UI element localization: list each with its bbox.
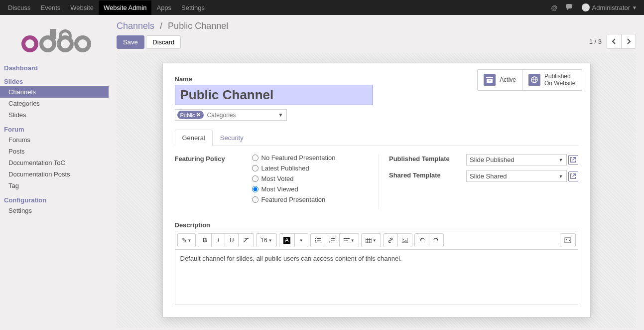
svg-point-21 xyxy=(315,242,316,243)
font-color-dropdown[interactable]: ▼ xyxy=(294,233,308,247)
align-dropdown[interactable]: ▼ xyxy=(339,233,359,247)
sidebar: DashboardSlidesChannelsCategoriesSlidesF… xyxy=(0,15,109,330)
tag-public[interactable]: Public ✕ xyxy=(177,111,204,119)
nav-settings[interactable]: Settings xyxy=(176,0,210,15)
svg-point-7 xyxy=(61,39,70,48)
code-view-button[interactable] xyxy=(560,233,576,247)
caret-down-icon: ▼ xyxy=(632,5,637,10)
editor-toolbar: ✎ ▼ B I U 16 ▼ A xyxy=(175,231,578,250)
published-template-select[interactable]: Slide Published xyxy=(466,154,567,165)
link-button[interactable] xyxy=(383,233,398,247)
archive-icon xyxy=(484,74,496,86)
image-button[interactable] xyxy=(397,233,412,247)
svg-rect-25 xyxy=(331,242,335,242)
menu-item-settings[interactable]: Settings xyxy=(0,205,109,216)
svg-rect-20 xyxy=(317,240,321,241)
menu-item-documentation-toc[interactable]: Documentation ToC xyxy=(0,157,109,168)
svg-rect-11 xyxy=(486,77,493,78)
published-label-1: Published xyxy=(544,73,575,80)
description-label: Description xyxy=(175,221,578,229)
top-nav-items: DiscussEventsWebsiteWebsite AdminAppsSet… xyxy=(3,0,210,15)
svg-rect-18 xyxy=(317,238,321,239)
published-template-external-icon[interactable] xyxy=(568,155,578,165)
menu-item-tag[interactable]: Tag xyxy=(0,180,109,191)
pager-next-button[interactable] xyxy=(621,34,636,49)
undo-button[interactable] xyxy=(414,233,429,247)
chat-icon[interactable] xyxy=(562,1,578,13)
svg-point-17 xyxy=(315,238,316,239)
active-button[interactable]: Active xyxy=(478,70,522,90)
pager-text[interactable]: 1 / 3 xyxy=(589,38,602,45)
menu-item-slides[interactable]: Slides xyxy=(0,109,109,121)
form-sheet: Active Published On Website Na xyxy=(162,63,591,318)
svg-text:3: 3 xyxy=(329,241,331,243)
user-name: Administrator xyxy=(592,4,631,11)
svg-rect-10 xyxy=(50,29,56,39)
menu-item-categories[interactable]: Categories xyxy=(0,98,109,109)
breadcrumb-root[interactable]: Channels xyxy=(117,21,154,31)
featuring-option[interactable]: Most Viewed xyxy=(252,185,364,193)
svg-rect-22 xyxy=(317,242,321,242)
featuring-option[interactable]: Most Voted xyxy=(252,175,364,182)
svg-rect-32 xyxy=(366,238,372,243)
pager-prev-button[interactable] xyxy=(607,34,622,49)
nav-discuss[interactable]: Discuss xyxy=(3,0,36,15)
svg-rect-23 xyxy=(331,238,335,239)
shared-template-select[interactable]: Slide Shared xyxy=(466,170,567,182)
menu-item-channels[interactable]: Channels xyxy=(0,86,109,98)
bold-button[interactable]: B xyxy=(198,233,212,247)
menu-header-configuration[interactable]: Configuration xyxy=(0,195,109,205)
menu-item-forums[interactable]: Forums xyxy=(0,134,109,146)
ul-button[interactable] xyxy=(310,233,325,247)
nav-website-admin[interactable]: Website Admin xyxy=(99,0,151,15)
svg-rect-30 xyxy=(344,240,348,241)
table-dropdown[interactable]: ▼ xyxy=(361,233,381,247)
svg-rect-29 xyxy=(344,238,350,239)
tabs: GeneralSecurity xyxy=(175,130,578,146)
redo-button[interactable] xyxy=(429,233,444,247)
breadcrumb: Channels / Public Channel xyxy=(117,21,228,31)
featuring-option[interactable]: No Featured Presentation xyxy=(252,154,364,162)
menu-item-documentation-posts[interactable]: Documentation Posts xyxy=(0,168,109,180)
tag-remove-icon[interactable]: ✕ xyxy=(196,112,201,118)
editor-body[interactable]: Default channel for slides, all public u… xyxy=(175,250,578,305)
save-button[interactable]: Save xyxy=(117,35,144,49)
breadcrumb-current: Public Channel xyxy=(168,21,228,31)
style-dropdown[interactable]: ✎ ▼ xyxy=(177,233,196,247)
ol-button[interactable]: 123 xyxy=(325,233,340,247)
nav-website[interactable]: Website xyxy=(65,0,99,15)
at-icon[interactable]: @ xyxy=(547,1,561,14)
menu-header-slides[interactable]: Slides xyxy=(0,77,109,86)
categories-input[interactable] xyxy=(207,112,284,119)
featuring-option[interactable]: Latest Published xyxy=(252,165,364,172)
italic-button[interactable]: I xyxy=(211,233,225,247)
underline-button[interactable]: U xyxy=(225,233,239,247)
user-menu[interactable]: Administrator ▼ xyxy=(578,1,641,14)
svg-rect-31 xyxy=(344,242,350,242)
menu-header-dashboard[interactable]: Dashboard xyxy=(0,63,109,73)
name-input[interactable] xyxy=(175,85,373,105)
menu-header-forum[interactable]: Forum xyxy=(0,125,109,134)
top-nav: DiscussEventsWebsiteWebsite AdminAppsSet… xyxy=(0,0,644,15)
svg-point-5 xyxy=(43,39,52,48)
logo[interactable] xyxy=(0,21,109,63)
font-color-button[interactable]: A xyxy=(279,233,295,247)
categories-caret-icon[interactable]: ▼ xyxy=(278,112,283,118)
svg-point-9 xyxy=(25,39,34,48)
menu-item-posts[interactable]: Posts xyxy=(0,146,109,157)
nav-events[interactable]: Events xyxy=(36,0,66,15)
rich-text-editor: ✎ ▼ B I U 16 ▼ A xyxy=(175,231,578,305)
nav-apps[interactable]: Apps xyxy=(151,0,176,15)
published-button[interactable]: Published On Website xyxy=(522,70,581,90)
clear-format-button[interactable] xyxy=(238,233,254,247)
discard-button[interactable]: Discard xyxy=(146,35,181,49)
active-label: Active xyxy=(500,76,516,83)
svg-rect-12 xyxy=(487,79,493,83)
tab-general[interactable]: General xyxy=(175,130,213,146)
shared-template-external-icon[interactable] xyxy=(568,171,578,181)
featuring-option[interactable]: Featured Presentation xyxy=(252,196,364,203)
tab-security[interactable]: Security xyxy=(213,130,251,146)
categories-field[interactable]: Public ✕ ▼ xyxy=(175,109,287,121)
font-size-dropdown[interactable]: 16 ▼ xyxy=(256,233,276,247)
svg-point-19 xyxy=(315,240,316,241)
